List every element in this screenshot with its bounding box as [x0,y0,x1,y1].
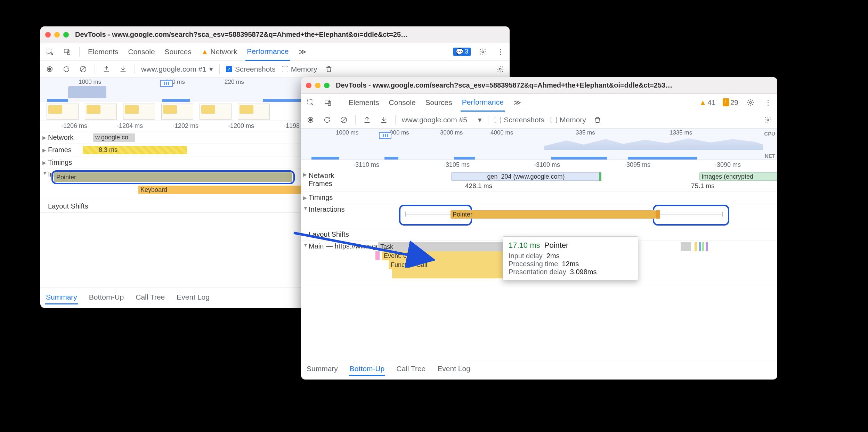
tab-console[interactable]: Console [388,94,417,111]
screenshots-toggle[interactable]: Screenshots [495,116,544,124]
kebab-icon[interactable]: ⋮ [495,47,505,57]
memory-toggle[interactable]: Memory [551,116,586,124]
tooltip-row: Processing time 12ms [509,260,632,268]
interaction-pointer-bar[interactable]: Pointer [54,172,292,182]
gear-icon[interactable] [478,47,488,57]
ruler-tick: -3090 ms [715,161,741,169]
overview-tick: 1000 ms [336,129,358,136]
tooltip-title: 17.10 ms Pointer [509,241,632,250]
tab-performance[interactable]: Performance [245,43,290,61]
gear-icon[interactable] [763,115,773,125]
disclosure-right-icon: ▶ [303,172,309,177]
warning-icon: ▲ [699,98,706,107]
screenshot-thumbnail[interactable] [200,104,232,120]
tab-bottom-up[interactable]: Bottom-Up [88,291,124,304]
tab-elements[interactable]: Elements [347,94,381,111]
close-icon[interactable] [306,83,311,88]
profile-select[interactable]: www.google.com #1 ▾ [141,65,213,73]
tab-event-log[interactable]: Event Log [437,362,471,376]
screenshot-thumbnail[interactable] [123,104,155,120]
memory-toggle[interactable]: Memory [282,65,317,73]
tab-sources[interactable]: Sources [163,43,193,60]
ruler-tick: -1204 ms [117,122,143,130]
issues-badge[interactable]: !29 [723,98,738,107]
gear-icon[interactable] [745,97,756,108]
window-title: DevTools - www.google.com/search?sca_esv… [75,31,408,39]
minimize-icon[interactable] [315,83,321,88]
titlebar: DevTools - www.google.com/search?sca_esv… [301,77,777,94]
zoom-icon[interactable] [63,32,69,38]
tooltip-row: Input delay 2ms [509,252,632,260]
tab-console[interactable]: Console [127,43,156,60]
reload-icon[interactable] [61,64,72,74]
overview-tick: 1335 ms [670,129,692,136]
upload-icon[interactable] [362,115,372,125]
close-icon[interactable] [45,32,51,38]
frame-bar[interactable]: 8.3 ms [83,146,187,154]
overview-tick: 3000 ms [440,129,463,136]
upload-icon[interactable] [101,64,112,74]
checkbox-icon [495,117,501,123]
download-icon[interactable] [379,115,389,125]
whisker-right [660,214,722,214]
tab-summary[interactable]: Summary [45,291,78,304]
trash-icon[interactable] [324,64,334,74]
network-request-bar[interactable]: images (encrypted [699,172,777,181]
divider [95,64,95,74]
track-network[interactable]: ▶ Network Frames gen_204 (www.google.com… [301,170,777,191]
profile-select[interactable]: www.google.com #5 ▾ [402,116,482,124]
minimize-icon[interactable] [54,32,60,38]
screenshot-thumbnail[interactable] [161,104,193,120]
screenshot-thumbnail[interactable] [47,104,79,120]
overview-strip[interactable]: 1000 ms 000 ms 3000 ms 4000 ms 335 ms 13… [301,129,777,160]
svg-point-5 [48,68,51,70]
screenshot-thumbnail[interactable] [238,104,270,120]
disclosure-right-icon: ▶ [303,195,309,201]
divider [488,115,488,125]
checkbox-icon [551,117,557,123]
checkbox-checked-icon [226,66,232,72]
tab-elements[interactable]: Elements [87,43,120,60]
frame-label: 75.1 ms [691,182,715,190]
clear-icon[interactable] [78,64,88,74]
messages-badge[interactable]: 💬 3 [453,48,471,56]
more-tabs-icon[interactable]: ≫ [512,97,522,108]
warnings-badge[interactable]: ▲41 [699,98,715,107]
gear-icon[interactable] [495,64,505,74]
time-ruler[interactable]: -3110 ms -3105 ms -3100 ms -3095 ms -309… [301,160,777,170]
screenshot-thumbnail[interactable] [85,104,117,120]
track-timings[interactable]: ▶ Timings [301,191,777,204]
reload-icon[interactable] [322,115,332,125]
tab-event-log[interactable]: Event Log [176,291,210,304]
tab-network[interactable]: ▲ Network [200,43,239,60]
inspect-icon[interactable] [44,47,55,57]
interaction-tail [656,210,660,219]
device-toggle-icon[interactable] [62,47,72,57]
record-icon[interactable] [44,64,55,74]
disclosure-right-icon: ▶ [42,160,48,165]
cpu-sparkline [544,136,763,150]
device-toggle-icon[interactable] [323,97,333,108]
more-tabs-icon[interactable]: ≫ [297,47,308,57]
ruler-tick: -3110 ms [353,161,379,169]
window-title: DevTools - www.google.com/search?sca_esv… [336,81,672,89]
track-interactions[interactable]: ▼ Interactions Pointer [301,204,777,228]
tab-sources[interactable]: Sources [424,94,454,111]
screenshots-toggle[interactable]: Screenshots [226,65,276,73]
tab-summary[interactable]: Summary [306,362,339,376]
record-icon[interactable] [305,115,316,125]
tab-bottom-up[interactable]: Bottom-Up [349,362,385,376]
interaction-pointer-bar[interactable]: Pointer [451,210,656,219]
inspect-icon[interactable] [305,97,316,108]
download-icon[interactable] [118,64,128,74]
network-request-bar[interactable]: gen_204 (www.google.com) [451,172,601,181]
clear-icon[interactable] [339,115,349,125]
network-request-bar[interactable]: w.google.co [93,133,135,142]
tab-call-tree[interactable]: Call Tree [135,291,165,304]
kebab-icon[interactable]: ⋮ [763,97,773,108]
zoom-icon[interactable] [324,83,330,88]
trash-icon[interactable] [592,115,603,125]
tab-call-tree[interactable]: Call Tree [396,362,426,376]
issues-icon: ! [723,98,729,106]
tab-performance[interactable]: Performance [461,94,505,112]
